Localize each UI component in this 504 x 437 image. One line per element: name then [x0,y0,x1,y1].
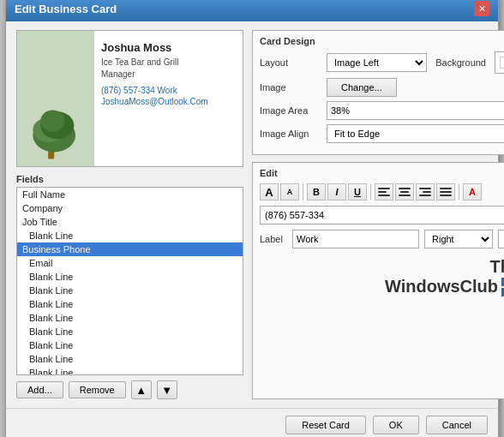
label-icon-button[interactable]: A [498,230,504,248]
image-row: Image Change... [260,78,504,97]
toolbar-separator-1 [303,184,303,200]
fields-list-wrapper: Full Name Company Job Title Blank Line B… [16,187,243,375]
layout-row: Layout Image Left Image Right No Image B… [260,51,504,74]
card-design-section: Card Design Layout Image Left Image Righ… [252,30,504,155]
close-button[interactable]: ✕ [474,1,489,16]
field-item-blankline4[interactable]: Blank Line [17,297,243,311]
image-area-row: Image Area ▲ ▼ [260,101,504,120]
field-item-company[interactable]: Company [17,201,243,215]
ok-button[interactable]: OK [373,416,419,434]
layout-select[interactable]: Image Left Image Right No Image [327,53,427,72]
image-area-spinner: ▲ ▼ [327,101,504,120]
brand-line2: WindowsClub [385,277,498,296]
fields-list[interactable]: Full Name Company Job Title Blank Line B… [16,187,243,375]
left-panel: Joshua Moss Ice Tea Bar and Grill Manage… [16,30,243,399]
field-item-blankline7[interactable]: Blank Line [17,338,243,352]
image-label: Image [260,82,321,93]
move-up-button[interactable]: ▲ [131,380,152,399]
background-label: Background [435,57,486,68]
fields-section: Fields Full Name Company Job Title Blank… [16,174,243,399]
edit-section: Edit A A B I U [252,162,504,399]
image-align-label: Image Align [260,129,321,139]
field-item-blankline2[interactable]: Blank Line [17,270,243,284]
move-down-button[interactable]: ▼ [157,380,177,399]
dialog-body: Joshua Moss Ice Tea Bar and Grill Manage… [6,21,498,408]
brand-logo-line: WindowsClub [385,277,504,296]
field-item-blankline1[interactable]: Blank Line [17,229,243,242]
label-input[interactable] [292,230,419,248]
image-align-select[interactable]: Fit to Edge Stretch Crop [327,124,504,143]
cancel-button[interactable]: Cancel [426,416,488,434]
image-area-input[interactable] [327,101,504,120]
edit-business-card-dialog: Edit Business Card ✕ Josh [5,0,499,437]
tree-image [21,93,90,162]
field-item-fullname[interactable]: Full Name [17,188,243,201]
brand-text: The WindowsClub [385,257,504,296]
dialog-title: Edit Business Card [15,3,117,15]
field-item-blankline8[interactable]: Blank Line [17,352,243,366]
field-item-blankline9[interactable]: Blank Line [17,366,243,375]
toolbar-separator-2 [370,184,371,200]
card-subtitle: Ice Tea Bar and Grill Manager [101,57,236,81]
field-item-businessphone[interactable]: Business Phone [17,242,243,256]
brand-line1: The [385,257,504,277]
card-image-area [17,31,94,166]
align-right-button[interactable] [416,183,435,201]
image-align-row: Image Align Fit to Edge Stretch Crop [260,124,504,143]
change-button[interactable]: Change... [327,78,397,97]
card-preview: Joshua Moss Ice Tea Bar and Grill Manage… [16,30,243,167]
brand-area: The WindowsClub [260,248,504,300]
card-email: JoshuaMoss@Outlook.Com [101,97,236,106]
title-bar: Edit Business Card ✕ [6,0,498,21]
fields-label: Fields [16,174,243,184]
field-item-jobtitle[interactable]: Job Title [17,215,243,229]
underline-button[interactable]: U [348,183,367,201]
remove-button[interactable]: Remove [69,381,126,398]
svg-point-4 [40,111,64,132]
right-panel: Card Design Layout Image Left Image Righ… [252,30,504,399]
label-align-select[interactable]: Right Left Center [424,230,493,248]
italic-button[interactable]: I [327,183,346,201]
card-phone: (876) 557-334 Work [101,86,236,95]
color-swatch [500,57,504,69]
reset-card-button[interactable]: Reset Card [285,416,366,434]
field-item-email[interactable]: Email [17,256,243,270]
add-button[interactable]: Add... [16,381,63,398]
card-design-title: Card Design [260,36,504,46]
edit-toolbar: A A B I U [260,183,504,201]
bold-button[interactable]: B [307,183,326,201]
edit-title: Edit [260,168,504,178]
toolbar-separator-3 [459,184,459,200]
background-button[interactable] [495,51,504,74]
label-row: Label Right Left Center A [260,230,504,248]
label-text: Label [260,234,287,244]
card-text-area: Joshua Moss Ice Tea Bar and Grill Manage… [94,31,243,166]
field-item-blankline3[interactable]: Blank Line [17,284,243,297]
fields-buttons: Add... Remove ▲ ▼ [16,380,243,399]
font-grow-button[interactable]: A [260,183,279,201]
field-item-blankline5[interactable]: Blank Line [17,311,243,325]
field-item-blankline6[interactable]: Blank Line [17,325,243,338]
align-justify-button[interactable] [436,183,455,201]
font-color-button[interactable]: A [463,183,482,201]
align-center-button[interactable] [395,183,414,201]
font-shrink-button[interactable]: A [280,183,299,201]
edit-value-input[interactable] [260,206,504,224]
align-left-button[interactable] [375,183,393,201]
card-name: Joshua Moss [101,41,236,54]
dialog-footer: Reset Card OK Cancel [6,408,498,437]
layout-label: Layout [260,57,321,68]
image-area-label: Image Area [260,105,321,116]
